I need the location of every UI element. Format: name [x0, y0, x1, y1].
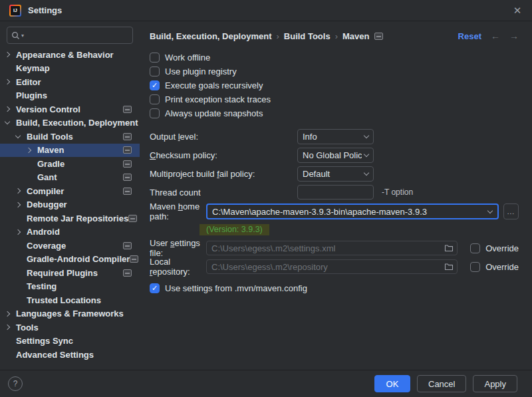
chevron-right-icon[interactable]	[5, 311, 10, 317]
project-scope-icon	[123, 174, 132, 181]
chevron-right-icon[interactable]	[15, 188, 21, 194]
sidebar-item-version-control[interactable]: Version Control	[0, 102, 140, 116]
sidebar-item-gant[interactable]: Gant	[0, 171, 140, 185]
apply-button[interactable]: Apply	[473, 375, 517, 392]
project-scope-icon	[123, 146, 132, 154]
chevron-down-button[interactable]	[483, 205, 497, 218]
chevron-right-icon[interactable]	[15, 202, 21, 207]
forward-arrow-icon[interactable]: →	[509, 31, 519, 41]
chevron-right-icon[interactable]	[5, 106, 10, 112]
sidebar-item-trusted-locations[interactable]: Trusted Locations	[0, 293, 140, 307]
sidebar-item-build-tools[interactable]: Build Tools	[0, 130, 140, 144]
project-scope-icon	[128, 215, 137, 222]
chevron-down-icon	[364, 132, 369, 138]
breadcrumb-build-execution-deployment[interactable]: Build, Execution, Deployment	[150, 31, 271, 41]
sidebar-item-android[interactable]: Android	[0, 225, 140, 239]
thread-count-input[interactable]	[297, 185, 374, 199]
sidebar-item-compiler[interactable]: Compiler	[0, 184, 140, 198]
search-icon	[11, 31, 20, 40]
checksum-policy-select[interactable]: No Global Policy	[297, 148, 374, 163]
chevron-right-icon[interactable]	[5, 52, 10, 57]
sidebar-item-plugins[interactable]: Plugins	[0, 89, 140, 103]
search-options-caret-icon[interactable]: ▾	[21, 33, 24, 39]
chevron-right-icon[interactable]	[5, 325, 10, 330]
always-update-snapshots-checkbox[interactable]: Always update snapshots	[150, 106, 519, 120]
sidebar-item-appearance-behavior[interactable]: Appearance & Behavior	[0, 48, 140, 62]
settings-dialog: Settings ✕ ▾ Appearance & Behavior Keyma	[0, 0, 532, 397]
folder-icon[interactable]	[444, 263, 454, 271]
checkbox-box-checked[interactable]: ✓	[150, 283, 160, 293]
chevron-down-icon	[487, 207, 493, 213]
sidebar-item-gradle-android-compiler[interactable]: Gradle-Android Compiler	[0, 253, 140, 267]
checkbox-box[interactable]	[150, 94, 160, 104]
sidebar-item-advanced-settings[interactable]: Advanced Settings	[0, 348, 140, 362]
chevron-down-icon[interactable]	[5, 119, 10, 124]
checkbox-box-checked[interactable]: ✓	[150, 80, 160, 90]
chevron-right-icon[interactable]	[26, 148, 31, 153]
cancel-button[interactable]: Cancel	[417, 375, 466, 392]
sidebar-item-required-plugins[interactable]: Required Plugins	[0, 266, 140, 280]
project-scope-icon	[123, 106, 132, 113]
help-button[interactable]: ?	[8, 376, 23, 391]
back-arrow-icon[interactable]: ←	[491, 31, 500, 41]
sidebar-item-remote-jar-repositories[interactable]: Remote Jar Repositories	[0, 211, 140, 225]
local-repository-field[interactable]	[206, 259, 458, 274]
ok-button[interactable]: OK	[374, 375, 410, 392]
use-maven-config-checkbox[interactable]: ✓ Use settings from .mvn/maven.config	[150, 281, 519, 295]
browse-button[interactable]: ...	[503, 203, 519, 219]
use-plugin-registry-checkbox[interactable]: Use plugin registry	[150, 65, 519, 78]
thread-count-row: Thread count -T option	[150, 183, 519, 201]
sidebar-item-coverage[interactable]: Coverage	[0, 239, 140, 253]
checkbox-box[interactable]	[150, 108, 160, 118]
maven-home-path-combobox[interactable]	[206, 203, 499, 219]
local-repository-row: Local repository: Override	[150, 257, 519, 276]
sidebar-item-editor[interactable]: Editor	[0, 75, 140, 89]
maven-options-group: Work offline Use plugin registry ✓ Execu…	[150, 51, 519, 120]
chevron-down-icon[interactable]	[15, 133, 21, 138]
sidebar-item-gradle[interactable]: Gradle	[0, 157, 140, 171]
checkbox-box[interactable]	[470, 243, 480, 253]
sidebar-item-testing[interactable]: Testing	[0, 280, 140, 294]
chevron-right-icon[interactable]	[5, 79, 10, 84]
user-settings-file-field[interactable]	[206, 241, 458, 255]
sidebar-item-maven[interactable]: Maven	[0, 144, 140, 158]
local-repository-input[interactable]	[207, 262, 444, 272]
check-icon: ✓	[152, 285, 158, 292]
reset-link[interactable]: Reset	[458, 31, 481, 41]
work-offline-checkbox[interactable]: Work offline	[150, 51, 519, 65]
maven-version-note: (Version: 3.9.3)	[200, 224, 269, 235]
maven-home-path-input[interactable]	[207, 207, 483, 217]
breadcrumb-separator: ›	[276, 31, 279, 41]
local-repository-override-checkbox[interactable]: Override	[470, 260, 519, 274]
execute-goals-recursively-checkbox[interactable]: ✓ Execute goals recursively	[150, 78, 519, 92]
project-scope-icon	[123, 133, 132, 140]
local-repository-label: Local repository:	[150, 257, 206, 277]
sidebar-item-keymap[interactable]: Keymap	[0, 62, 140, 76]
sidebar-item-build-execution-deployment[interactable]: Build, Execution, Deployment	[0, 116, 140, 130]
multiproject-build-fail-policy-select[interactable]: Default	[297, 166, 374, 182]
checkbox-box[interactable]	[150, 66, 160, 76]
sidebar-item-tools[interactable]: Tools	[0, 321, 140, 334]
checkbox-box[interactable]	[470, 262, 480, 272]
project-scope-icon	[374, 33, 383, 40]
folder-icon[interactable]	[444, 244, 454, 252]
chevron-right-icon[interactable]	[15, 229, 21, 235]
user-settings-override-checkbox[interactable]: Override	[470, 241, 519, 255]
maven-form: Output level: Info Checksum policy: No G…	[150, 127, 519, 295]
sidebar-item-settings-sync[interactable]: Settings Sync	[0, 334, 140, 348]
close-icon[interactable]: ✕	[509, 3, 525, 19]
output-level-select[interactable]: Info	[297, 129, 374, 144]
maven-settings-panel: Build, Execution, Deployment › Build Too…	[140, 21, 532, 370]
user-settings-file-input[interactable]	[207, 243, 444, 253]
checksum-policy-row: Checksum policy: No Global Policy	[150, 146, 519, 164]
breadcrumb-build-tools[interactable]: Build Tools	[284, 31, 331, 41]
search-input[interactable]: ▾	[7, 27, 133, 44]
breadcrumb-separator: ›	[335, 31, 338, 41]
question-mark-icon: ?	[13, 379, 18, 388]
title-bar: Settings ✕	[0, 0, 532, 21]
print-exception-stack-traces-checkbox[interactable]: Print exception stack traces	[150, 92, 519, 106]
sidebar-item-languages-frameworks[interactable]: Languages & Frameworks	[0, 307, 140, 321]
maven-home-path-row: Maven home path: ...	[150, 201, 519, 221]
sidebar-item-debugger[interactable]: Debugger	[0, 198, 140, 212]
checkbox-box[interactable]	[150, 53, 160, 63]
